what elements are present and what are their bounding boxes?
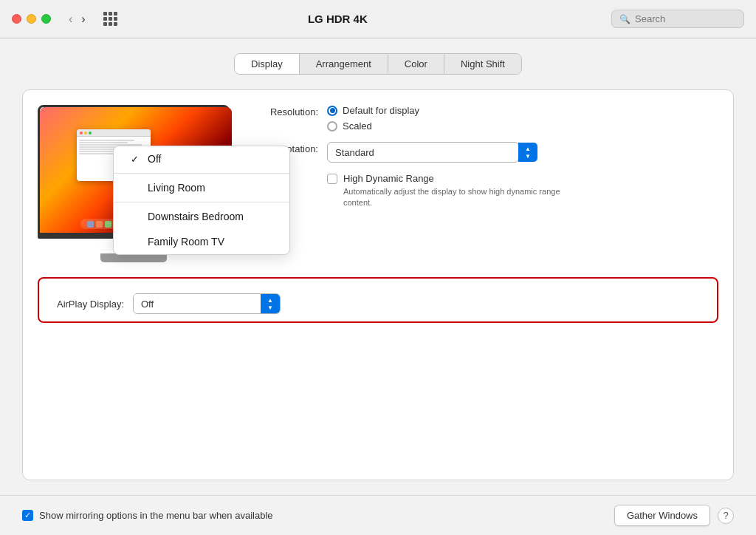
hdr-description: Automatically adjust the display to show… xyxy=(343,186,565,209)
dock-item xyxy=(105,221,111,228)
airplay-section: ✓ Off Living Room Downstairs Bedroom Fam… xyxy=(38,277,718,323)
resolution-option-scaled[interactable]: Scaled xyxy=(327,120,419,132)
tabs-row: Display Arrangement Color Night Shift xyxy=(22,53,734,75)
mini-max xyxy=(89,132,92,134)
footer-right: Gather Windows ? xyxy=(614,505,734,526)
search-icon: 🔍 xyxy=(619,14,630,24)
monitor-window-bar xyxy=(77,129,151,137)
traffic-lights xyxy=(12,14,51,24)
rotation-select-box[interactable]: Standard xyxy=(327,142,519,163)
maximize-button[interactable] xyxy=(41,14,51,24)
resolution-label: Resolution: xyxy=(259,105,318,117)
search-input[interactable] xyxy=(635,13,738,24)
airplay-value: Off xyxy=(134,294,261,313)
airplay-select[interactable]: Off ▲ ▼ xyxy=(133,293,281,314)
dropdown-item-off[interactable]: ✓ Off xyxy=(114,146,289,171)
dropdown-item-downstairs[interactable]: Downstairs Bedroom xyxy=(114,204,289,229)
up-arrow-icon: ▲ xyxy=(267,297,273,304)
minimize-button[interactable] xyxy=(27,14,36,24)
dropdown-item-family-room[interactable]: Family Room TV xyxy=(114,229,289,254)
mini-min xyxy=(84,132,87,134)
search-bar[interactable]: 🔍 xyxy=(611,10,744,28)
settings-section: Resolution: Default for display Scaled xyxy=(259,105,718,209)
dock-item xyxy=(87,221,94,228)
dropdown-living-room-label: Living Room xyxy=(148,182,205,194)
settings-panel: Resolution: Default for display Scaled xyxy=(22,89,734,480)
resolution-option-default[interactable]: Default for display xyxy=(327,105,419,116)
window-title: LG HDR 4K xyxy=(73,13,602,25)
down-arrow-icon: ▼ xyxy=(525,153,531,160)
tab-display[interactable]: Display xyxy=(235,54,300,74)
close-button[interactable] xyxy=(12,14,21,24)
hdr-checkbox[interactable] xyxy=(327,174,337,184)
airplay-arrows[interactable]: ▲ ▼ xyxy=(261,294,280,313)
mirroring-checkbox[interactable] xyxy=(22,510,33,521)
rotation-arrows[interactable]: ▲ ▼ xyxy=(518,143,537,162)
mini-close xyxy=(80,132,83,134)
tab-night-shift[interactable]: Night Shift xyxy=(444,54,521,74)
airplay-row: AirPlay Display: Off ▲ ▼ xyxy=(50,293,706,314)
up-arrow-icon: ▲ xyxy=(525,146,531,152)
dropdown-off-label: Off xyxy=(148,153,161,165)
rotation-select[interactable]: Standard ▲ ▼ xyxy=(327,142,537,163)
main-content: Display Arrangement Color Night Shift xyxy=(0,38,756,495)
resolution-default-label: Default for display xyxy=(343,105,419,116)
hdr-label: High Dynamic Range xyxy=(343,173,565,184)
hdr-text: High Dynamic Range Automatically adjust … xyxy=(343,173,565,209)
down-arrow-icon: ▼ xyxy=(267,304,273,311)
mirroring-label: Show mirroring options in the menu bar w… xyxy=(39,510,273,521)
airplay-dropdown-menu[interactable]: ✓ Off Living Room Downstairs Bedroom Fam… xyxy=(113,146,290,255)
rotation-value: Standard xyxy=(335,147,374,158)
tab-arrangement[interactable]: Arrangement xyxy=(300,54,388,74)
check-mark-icon: ✓ xyxy=(128,154,140,165)
dropdown-downstairs-label: Downstairs Bedroom xyxy=(148,211,244,222)
title-bar: ‹ › LG HDR 4K 🔍 xyxy=(0,0,756,38)
tabs-container: Display Arrangement Color Night Shift xyxy=(234,53,522,75)
resolution-controls: Default for display Scaled xyxy=(327,105,419,132)
dropdown-divider-2 xyxy=(114,202,289,202)
airplay-label: AirPlay Display: xyxy=(50,299,124,310)
resolution-scaled-label: Scaled xyxy=(343,120,372,132)
dock-item xyxy=(96,221,103,228)
resolution-row: Resolution: Default for display Scaled xyxy=(259,105,718,132)
radio-scaled[interactable] xyxy=(327,121,337,132)
footer-left: Show mirroring options in the menu bar w… xyxy=(22,510,273,521)
dropdown-family-room-label: Family Room TV xyxy=(148,236,224,248)
dropdown-item-living-room[interactable]: Living Room xyxy=(114,175,289,200)
footer: Show mirroring options in the menu bar w… xyxy=(0,495,756,535)
tab-color[interactable]: Color xyxy=(388,54,444,74)
dropdown-divider xyxy=(114,173,289,174)
rotation-row: Rotation: Standard ▲ ▼ xyxy=(259,142,718,163)
radio-default[interactable] xyxy=(327,106,337,116)
gather-windows-button[interactable]: Gather Windows xyxy=(614,505,710,526)
help-button[interactable]: ? xyxy=(718,508,734,524)
hdr-row: High Dynamic Range Automatically adjust … xyxy=(327,173,718,209)
